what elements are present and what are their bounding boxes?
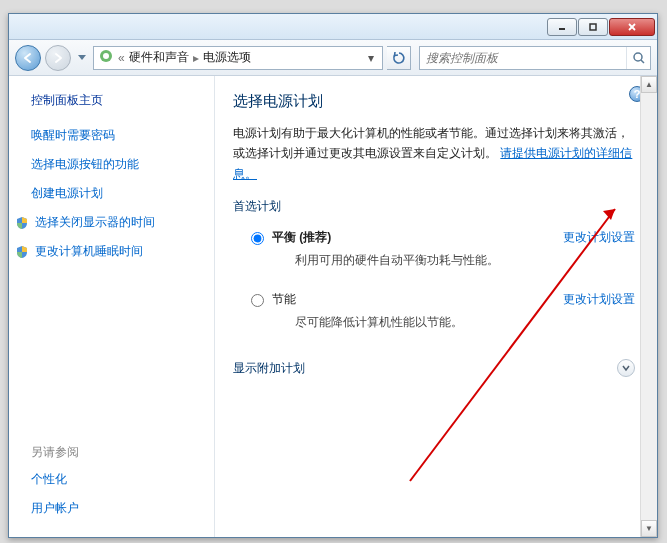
search-button[interactable] — [626, 47, 650, 69]
show-additional-row: 显示附加计划 — [233, 353, 635, 383]
close-button[interactable] — [609, 18, 655, 36]
plan-saver-name: 节能 — [272, 291, 296, 308]
plan-balanced: 平衡 (推荐) 更改计划设置 利用可用的硬件自动平衡功耗与性能。 — [233, 225, 635, 287]
plan-saver-desc: 尽可能降低计算机性能以节能。 — [295, 314, 635, 331]
search-box — [419, 46, 651, 70]
navbar: « 硬件和声音 ▸ 电源选项 ▾ — [9, 40, 657, 76]
sidebar-row-sleep: 更改计算机睡眠时间 — [15, 243, 202, 260]
plan-balanced-radio[interactable] — [251, 232, 264, 245]
scroll-down-button[interactable]: ▼ — [641, 520, 657, 537]
search-input[interactable] — [420, 51, 626, 65]
forward-button[interactable] — [45, 45, 71, 71]
titlebar — [9, 14, 657, 40]
page-description: 电源计划有助于最大化计算机的性能或者节能。通过选择计划来将其激活，或选择计划并通… — [233, 123, 635, 184]
back-button[interactable] — [15, 45, 41, 71]
control-panel-window: « 硬件和声音 ▸ 电源选项 ▾ 控制面板主页 唤醒时需要密码 选择电源按钮的功… — [8, 13, 658, 538]
sidebar-home-link[interactable]: 控制面板主页 — [31, 92, 202, 109]
shield-icon — [15, 245, 29, 259]
sidebar-link-display-off[interactable]: 选择关闭显示器的时间 — [35, 214, 155, 231]
sidebar-bottom: 另请参阅 个性化 用户帐户 — [31, 444, 202, 525]
sidebar-link-power-button[interactable]: 选择电源按钮的功能 — [31, 156, 202, 173]
change-plan-balanced[interactable]: 更改计划设置 — [563, 229, 635, 246]
breadcrumb-chevron-icon: ▸ — [193, 51, 199, 65]
plan-saver-radio[interactable] — [251, 294, 264, 307]
address-dropdown[interactable]: ▾ — [364, 51, 378, 65]
sidebar-link-wake-password[interactable]: 唤醒时需要密码 — [31, 127, 202, 144]
refresh-button[interactable] — [387, 46, 411, 70]
svg-line-7 — [641, 60, 644, 63]
address-bar[interactable]: « 硬件和声音 ▸ 电源选项 ▾ — [93, 46, 383, 70]
preferred-label: 首选计划 — [233, 198, 635, 215]
svg-point-6 — [634, 53, 642, 61]
sidebar-row-display-off: 选择关闭显示器的时间 — [15, 214, 202, 231]
breadcrumb-seg2[interactable]: 电源选项 — [203, 49, 251, 66]
svg-point-5 — [103, 53, 109, 59]
show-additional-label: 显示附加计划 — [233, 360, 305, 377]
change-plan-saver[interactable]: 更改计划设置 — [563, 291, 635, 308]
sidebar: 控制面板主页 唤醒时需要密码 选择电源按钮的功能 创建电源计划 选择关闭显示器的… — [9, 76, 214, 537]
control-panel-icon — [98, 48, 114, 67]
plan-balanced-name: 平衡 (推荐) — [272, 229, 331, 246]
sidebar-link-sleep-time[interactable]: 更改计算机睡眠时间 — [35, 243, 143, 260]
plan-balanced-desc: 利用可用的硬件自动平衡功耗与性能。 — [295, 252, 635, 269]
see-also-label: 另请参阅 — [31, 444, 202, 461]
body: 控制面板主页 唤醒时需要密码 选择电源按钮的功能 创建电源计划 选择关闭显示器的… — [9, 76, 657, 537]
scrollbar[interactable]: ▲ ▼ — [640, 76, 657, 537]
sidebar-link-accounts[interactable]: 用户帐户 — [31, 500, 202, 517]
sidebar-links: 唤醒时需要密码 选择电源按钮的功能 创建电源计划 选择关闭显示器的时间 更改计算… — [31, 127, 202, 260]
breadcrumb-separator-icon: « — [118, 51, 125, 65]
sidebar-link-create-plan[interactable]: 创建电源计划 — [31, 185, 202, 202]
minimize-button[interactable] — [547, 18, 577, 36]
plan-balanced-option[interactable]: 平衡 (推荐) — [251, 229, 331, 246]
plan-saver: 节能 更改计划设置 尽可能降低计算机性能以节能。 — [233, 287, 635, 349]
main-panel: ? 选择电源计划 电源计划有助于最大化计算机的性能或者节能。通过选择计划来将其激… — [214, 76, 657, 537]
maximize-button[interactable] — [578, 18, 608, 36]
plan-saver-option[interactable]: 节能 — [251, 291, 296, 308]
scroll-track[interactable] — [641, 93, 657, 520]
svg-rect-1 — [590, 24, 596, 30]
sidebar-link-personalize[interactable]: 个性化 — [31, 471, 202, 488]
page-title: 选择电源计划 — [233, 92, 635, 111]
scroll-up-button[interactable]: ▲ — [641, 76, 657, 93]
shield-icon — [15, 216, 29, 230]
expand-button[interactable] — [617, 359, 635, 377]
recent-dropdown[interactable] — [75, 49, 89, 67]
breadcrumb-seg1[interactable]: 硬件和声音 — [129, 49, 189, 66]
